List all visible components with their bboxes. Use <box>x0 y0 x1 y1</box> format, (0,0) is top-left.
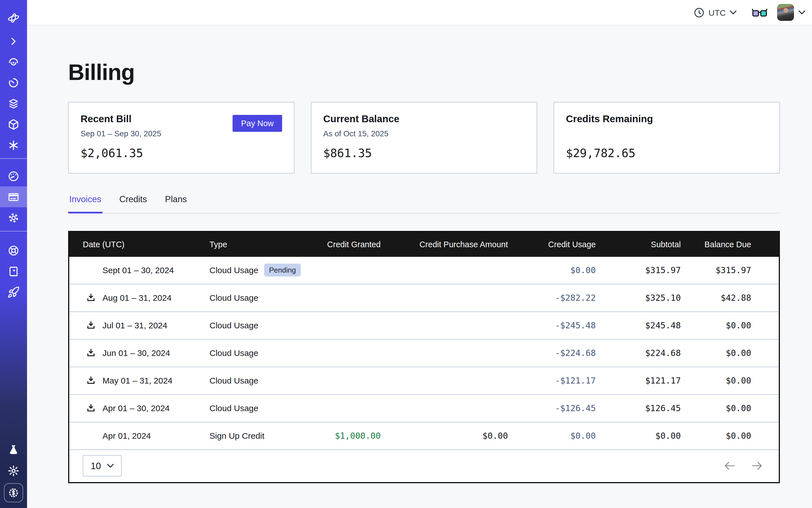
user-avatar[interactable] <box>777 4 794 21</box>
next-page-button[interactable] <box>752 462 762 470</box>
ship-wheel-icon <box>7 244 20 257</box>
column-header: Credit Granted <box>311 240 381 249</box>
glasses-button[interactable] <box>752 8 768 17</box>
balance-due-value: $0.00 <box>681 375 779 385</box>
column-header: Date (UTC) <box>69 240 210 249</box>
dollar-seal-icon <box>7 486 20 499</box>
credit-usage-value: -$245.48 <box>508 320 596 330</box>
tab-plans[interactable]: Plans <box>164 194 188 213</box>
invoice-date: Jul 01 – 31, 2024 <box>102 321 167 330</box>
subtotal-value: $0.00 <box>596 431 681 441</box>
invoice-type: Cloud Usage <box>210 265 258 275</box>
balance-due-value: $42.88 <box>681 293 779 303</box>
table-row: Jun 01 – 30, 2024 Cloud Usage -$224.68 $… <box>69 339 779 367</box>
billing-card-icon <box>7 190 20 203</box>
sidebar-item-containers[interactable] <box>0 114 27 135</box>
table-footer: 10 <box>69 450 779 482</box>
cube-icon <box>7 118 20 130</box>
download-invoice-button[interactable] <box>86 348 96 357</box>
summary-cards: Recent Bill Sep 01 – Sep 30, 2025 $2,061… <box>68 102 780 173</box>
column-header: Credit Purchase Amount <box>381 240 508 249</box>
topbar: UTC <box>27 0 812 25</box>
page-size-select[interactable]: 10 <box>83 455 122 476</box>
type-cell: Cloud Usage <box>210 321 311 330</box>
prev-page-button[interactable] <box>725 462 735 470</box>
sidebar-item-labs[interactable] <box>0 439 27 460</box>
type-cell: Cloud Usage <box>210 403 311 413</box>
type-cell: Sign Up Credit <box>210 431 311 440</box>
timezone-selector[interactable]: UTC <box>694 7 736 18</box>
sidebar-item-support[interactable] <box>0 240 27 261</box>
card-subtitle <box>566 129 768 139</box>
download-invoice-button[interactable] <box>86 376 96 385</box>
subtotal-value: $121.17 <box>596 375 681 385</box>
timer-icon <box>7 76 20 89</box>
column-header: Credit Usage <box>508 240 596 249</box>
sidebar-expand-button[interactable] <box>0 31 27 51</box>
asterisk-icon <box>7 139 20 151</box>
invoice-type: Cloud Usage <box>210 376 258 385</box>
sun-icon <box>7 464 20 477</box>
credit-granted-value: $1,000.00 <box>311 431 381 441</box>
pagination <box>725 462 762 470</box>
table-row: Apr 01 – 30, 2024 Cloud Usage -$126.45 $… <box>69 394 779 422</box>
sidebar-item-layers[interactable] <box>0 93 27 114</box>
table-row: May 01 – 31, 2024 Cloud Usage -$121.17 $… <box>69 367 779 394</box>
billing-tabs: Invoices Credits Plans <box>68 194 780 213</box>
tab-invoices[interactable]: Invoices <box>68 194 102 213</box>
invoice-type: Cloud Usage <box>210 348 258 357</box>
tab-credits[interactable]: Credits <box>118 194 148 213</box>
date-cell: Apr 01 – 30, 2024 <box>69 403 210 413</box>
credits-remaining-card: Credits Remaining $29,782.65 <box>554 102 780 173</box>
sidebar-item-docs[interactable] <box>0 261 27 282</box>
page-title: Billing <box>68 26 780 85</box>
pay-now-button[interactable]: Pay Now <box>232 115 282 132</box>
subtotal-value: $325.10 <box>596 293 681 303</box>
gear-icon <box>7 211 20 224</box>
clock-icon <box>694 7 704 18</box>
card-title: Credits Remaining <box>566 113 768 125</box>
sidebar-item-billing[interactable] <box>0 186 27 207</box>
credit-usage-value: -$126.45 <box>508 403 596 413</box>
sidebar-item-schedules[interactable] <box>0 72 27 93</box>
table-header-row: Date (UTC)TypeCredit GrantedCredit Purch… <box>69 232 779 257</box>
subtotal-value: $126.45 <box>596 403 681 413</box>
credit-purchase-value: $0.00 <box>381 431 508 441</box>
credit-usage-value: -$224.68 <box>508 348 596 358</box>
invoice-type: Sign Up Credit <box>210 431 264 440</box>
balance-due-value: $315.97 <box>681 265 779 275</box>
invoice-date: Sept 01 – 30, 2024 <box>102 265 174 275</box>
flask-icon <box>7 443 20 456</box>
download-invoice-button[interactable] <box>86 321 96 330</box>
type-cell: Cloud Usage <box>210 348 311 357</box>
balance-due-value: $0.00 <box>681 320 779 330</box>
timezone-label: UTC <box>709 8 726 17</box>
invoice-type: Cloud Usage <box>210 403 258 413</box>
observability-spiral-icon <box>7 55 20 68</box>
theme-toggle[interactable] <box>0 460 27 481</box>
sidebar-divider <box>0 158 27 159</box>
app: UTC Billing <box>0 0 812 508</box>
credits-reward-button[interactable] <box>4 483 23 502</box>
sidebar-item-usage[interactable] <box>0 166 27 186</box>
book-sparkle-icon <box>7 265 20 278</box>
card-title: Current Balance <box>323 113 525 125</box>
invoice-date: Apr 01, 2024 <box>102 431 151 440</box>
invoice-date: Apr 01 – 30, 2024 <box>102 403 170 413</box>
sidebar-item-settings[interactable] <box>0 207 27 228</box>
date-cell: Aug 01 – 31, 2024 <box>69 293 210 302</box>
user-menu-button[interactable] <box>799 10 805 15</box>
subtotal-value: $224.68 <box>596 348 681 358</box>
column-header: Subtotal <box>596 240 681 249</box>
date-cell: Apr 01, 2024 <box>69 431 210 440</box>
sidebar-item-launch[interactable] <box>0 282 27 302</box>
subtotal-value: $245.48 <box>596 320 681 330</box>
recent-bill-card: Recent Bill Sep 01 – Sep 30, 2025 $2,061… <box>68 102 295 173</box>
app-logo[interactable] <box>0 6 27 31</box>
download-invoice-button[interactable] <box>86 403 96 413</box>
download-invoice-button[interactable] <box>86 293 96 302</box>
gauge-icon <box>7 170 20 182</box>
card-subtitle: As of Oct 15, 2025 <box>323 129 525 139</box>
sidebar-item-observability[interactable] <box>0 51 27 72</box>
sidebar-item-functions[interactable] <box>0 135 27 156</box>
